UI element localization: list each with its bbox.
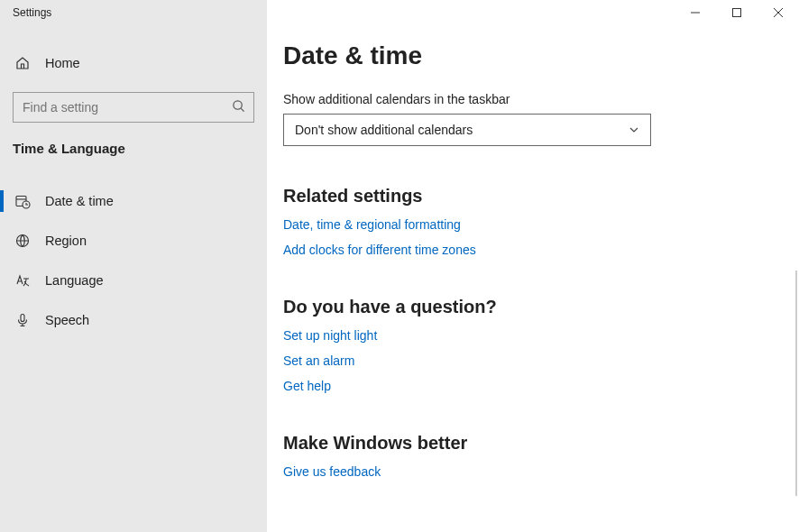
nav-label: Date & time xyxy=(45,194,114,208)
nav-list: Date & time Region Language xyxy=(0,181,267,340)
chevron-down-icon xyxy=(629,124,639,135)
search-icon xyxy=(232,99,245,113)
svg-rect-4 xyxy=(21,315,24,322)
home-nav[interactable]: Home xyxy=(0,43,267,83)
dropdown-value: Don't show additional calendars xyxy=(295,123,473,137)
scrollbar[interactable] xyxy=(795,271,797,496)
svg-rect-5 xyxy=(733,9,741,17)
link-get-help[interactable]: Get help xyxy=(283,379,799,393)
microphone-icon xyxy=(14,313,31,327)
link-give-feedback[interactable]: Give us feedback xyxy=(283,464,799,479)
nav-item-date-time[interactable]: Date & time xyxy=(0,181,267,221)
home-icon xyxy=(14,56,31,70)
search-input[interactable] xyxy=(13,92,254,123)
language-icon xyxy=(14,273,31,289)
nav-label: Speech xyxy=(45,313,89,327)
home-label: Home xyxy=(45,56,80,70)
nav-label: Region xyxy=(45,234,87,248)
nav-item-speech[interactable]: Speech xyxy=(0,300,267,340)
globe-icon xyxy=(14,234,31,248)
close-button[interactable] xyxy=(758,0,799,25)
nav-label: Language xyxy=(45,273,104,288)
better-heading: Make Windows better xyxy=(283,433,799,454)
sidebar: Settings Home Time & Language xyxy=(0,0,267,532)
calendar-clock-icon xyxy=(14,194,31,209)
search-box xyxy=(13,92,254,123)
question-heading: Do you have a question? xyxy=(283,297,799,317)
related-settings-heading: Related settings xyxy=(283,186,799,206)
window-controls xyxy=(675,0,799,25)
calendar-section-label: Show additional calendars in the taskbar xyxy=(283,92,799,106)
link-night-light[interactable]: Set up night light xyxy=(283,328,799,343)
link-set-alarm[interactable]: Set an alarm xyxy=(283,353,799,368)
link-add-clocks[interactable]: Add clocks for different time zones xyxy=(283,243,799,257)
maximize-button[interactable] xyxy=(716,0,758,25)
category-heading: Time & Language xyxy=(13,141,267,156)
nav-item-region[interactable]: Region xyxy=(0,221,267,261)
page-title: Date & time xyxy=(283,41,799,70)
additional-calendars-dropdown[interactable]: Don't show additional calendars xyxy=(283,114,651,146)
main-pane: Date & time Show additional calendars in… xyxy=(267,0,799,532)
minimize-button[interactable] xyxy=(675,0,716,25)
window-title: Settings xyxy=(0,0,267,25)
link-date-time-regional-formatting[interactable]: Date, time & regional formatting xyxy=(283,217,799,232)
nav-item-language[interactable]: Language xyxy=(0,261,267,300)
svg-point-0 xyxy=(234,101,242,109)
